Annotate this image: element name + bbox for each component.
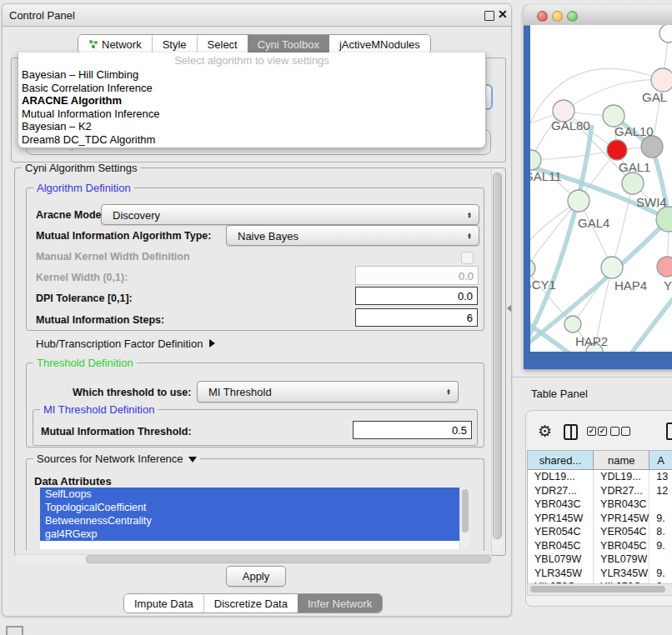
hub-definition-disclosure[interactable]: Hub/Transcription Factor Definition [36,338,215,350]
attribute-item[interactable]: SelfLoops [40,488,460,501]
table-row[interactable]: YDR27...YDR27...12 [528,484,672,498]
sources-title[interactable]: Sources for Network Inference [33,452,200,465]
network-edge[interactable] [530,201,579,268]
settings-group-title: Cyni Algorithm Settings [22,162,140,174]
close-icon[interactable]: ✕ [498,8,508,21]
attribute-item[interactable]: BetweennessCentrality [40,514,460,528]
network-window-titlebar[interactable] [524,5,672,26]
algorithm-option[interactable]: Basic Correlation Inference [22,82,482,95]
threshold-definition-title: Threshold Definition [33,357,137,369]
table-cell: 8. [649,525,672,539]
table-cell: YPR145W [528,512,594,526]
node-gal1-red[interactable] [607,140,627,160]
attribute-item[interactable]: TopologicalCoefficient [40,501,460,514]
collapsed-triangle-icon[interactable] [209,339,215,348]
close-traffic-light-icon[interactable] [537,11,548,22]
algorithm-definition-title: Algorithm Definition [33,182,134,194]
table-horizontal-scroll-thumb[interactable] [530,586,665,592]
tab-style[interactable]: Style [152,35,197,53]
node-gcy1[interactable] [530,259,535,278]
control-panel-titlebar[interactable]: Control Panel ✕ [3,4,511,27]
tab-discretize-data[interactable]: Discretize Data [203,594,298,612]
table-cell: 12 [649,484,672,498]
split-columns-icon[interactable] [564,424,578,440]
manual-kernel-checkbox[interactable] [461,252,474,264]
node-below-gal1[interactable] [622,172,644,194]
table-cell: YLR345W [594,567,649,581]
select-all-checkbox-icon[interactable]: ✓ [587,427,596,436]
which-threshold-combo[interactable]: MI Threshold ▲▼ [197,381,459,402]
algorithm-option[interactable]: Bayesian – Hill Climbing [22,68,482,82]
network-edge-thick[interactable] [609,292,672,352]
node-hap4[interactable] [601,257,623,278]
settings-vertical-scroll-thumb[interactable] [493,172,502,539]
table-row[interactable]: YER054CYER054C8. [528,525,672,539]
table-column-header[interactable]: name [594,451,649,469]
attributes-scrollbar[interactable] [459,488,469,549]
bottom-left-partial-button[interactable] [6,626,23,635]
float-window-icon[interactable] [484,11,494,21]
kernel-width-field[interactable]: 0.0 [355,266,479,285]
document-icon[interactable] [666,422,672,440]
table-row[interactable]: YBL079WYBL079W [528,552,672,567]
table-row[interactable]: YDL19...YDL19...13 [528,470,672,484]
attributes-scroll-thumb[interactable] [462,489,469,532]
table-cell: YDL19... [594,470,649,484]
tab-impute-data[interactable]: Impute Data [124,594,203,612]
mi-threshold-field[interactable]: 0.5 [353,421,472,439]
tab-cyni-toolbox[interactable]: Cyni Toolbox [248,35,329,53]
apply-button[interactable]: Apply [226,566,286,587]
table-column-header[interactable]: A [649,451,672,469]
control-panel-window: Control Panel ✕ Network Style Select Cyn… [2,3,512,617]
tab-jactivemnodules[interactable]: jActiveMNodules [329,35,430,53]
node-partial-top[interactable] [659,25,672,42]
table-row[interactable]: YBR043CYBR043C [528,498,672,512]
attribute-item[interactable]: gal4RGexp [40,528,460,541]
table-column-header[interactable]: shared... [528,451,594,469]
algorithm-option[interactable]: Dream8 DC_TDC Algorithm [22,133,482,147]
algorithm-option[interactable]: ARACNE Algorithm [22,94,482,108]
dpi-tolerance-field[interactable]: 0.0 [355,287,478,305]
kernel-width-label: Kernel Width (0,1): [36,272,128,283]
tab-select[interactable]: Select [197,35,248,53]
algorithm-dropdown-popup: Select algorithm to view settings Bayesi… [18,52,486,148]
mi-steps-field[interactable]: 6 [355,308,478,327]
minimize-traffic-light-icon[interactable] [552,11,563,22]
table-cell: YBR043C [594,498,649,512]
node-label-gal10: GAL10 [614,124,654,138]
deselect-all-checkbox-icon[interactable] [621,427,630,436]
tab-network[interactable]: Network [78,35,152,53]
table-row[interactable]: YLR345WYLR345W9. [528,567,672,581]
algorithm-option[interactable]: Mutual Information Inference [22,108,482,121]
node-table[interactable]: shared...nameA YDL19...YDL19...13YDR27..… [527,450,672,585]
mi-type-combo[interactable]: Naive Bayes ▲▼ [226,225,479,246]
network-graph[interactable]: GALGAL80GAL10GAL1GAL11SWI4GAL4GCY1HAP4YH… [530,25,672,352]
algorithm-option[interactable]: Bayesian – K2 [22,120,482,133]
panel-splitter-arrow[interactable] [507,305,511,312]
table-row[interactable]: YBR045CYBR045C9. [528,539,672,553]
expanded-triangle-icon[interactable] [188,457,197,462]
node-label-gal4: GAL4 [578,216,609,230]
node-hap2[interactable] [564,316,581,332]
node-pink-top[interactable] [651,68,672,92]
zoom-traffic-light-icon[interactable] [567,11,578,22]
settings-horizontal-scroll-thumb[interactable] [86,555,491,563]
table-cell: YBR045C [528,539,594,553]
aracne-mode-label: Aracne Mode: [36,209,105,221]
aracne-mode-combo[interactable]: Discovery ▲▼ [101,204,479,225]
data-attributes-list[interactable]: SelfLoopsTopologicalCoefficientBetweenne… [40,488,469,549]
network-edge[interactable] [531,150,617,160]
gear-icon[interactable]: ⚙ [538,422,552,441]
node-salmon[interactable] [657,257,672,277]
select-all-checkbox-icon[interactable]: ✓ [598,427,607,436]
node-gray[interactable] [641,136,663,158]
network-canvas[interactable]: GALGAL80GAL10GAL1GAL11SWI4GAL4GCY1HAP4YH… [530,25,672,352]
node-gal4[interactable] [568,190,589,212]
tab-infer-network[interactable]: Infer Network [298,594,382,612]
table-cell: YBL079W [594,552,649,567]
deselect-all-checkbox-icon[interactable] [610,427,619,436]
table-row[interactable]: YPR145WYPR145W9. [528,512,672,526]
table-cell: YER054C [594,525,649,539]
mi-threshold-label: Mutual Information Threshold: [41,426,192,438]
table-cell: 13 [649,470,672,484]
